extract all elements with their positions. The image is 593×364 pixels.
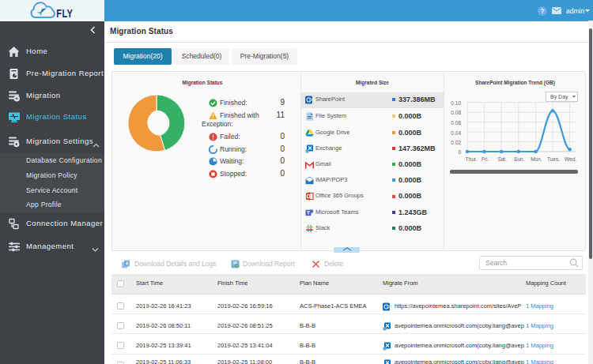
svg-text:0.04: 0.04 [451,130,461,136]
svg-text:Mon.: Mon. [531,156,542,162]
svg-text:Thur.: Thur. [466,156,478,162]
svg-text:Fri.: Fri. [482,156,489,162]
svg-text:Sat.: Sat. [497,156,507,162]
svg-text:Sun.: Sun. [514,156,525,162]
svg-text:Tues.: Tues. [547,156,560,162]
svg-text:0.08: 0.08 [451,110,461,115]
svg-text:0: 0 [458,149,461,155]
svg-text:FLY: FLY [56,6,73,20]
svg-text:0.02: 0.02 [451,140,461,145]
svg-text:Wed.: Wed. [565,156,576,162]
svg-text:0.06: 0.06 [451,120,461,126]
svg-text:0.10: 0.10 [451,100,461,106]
